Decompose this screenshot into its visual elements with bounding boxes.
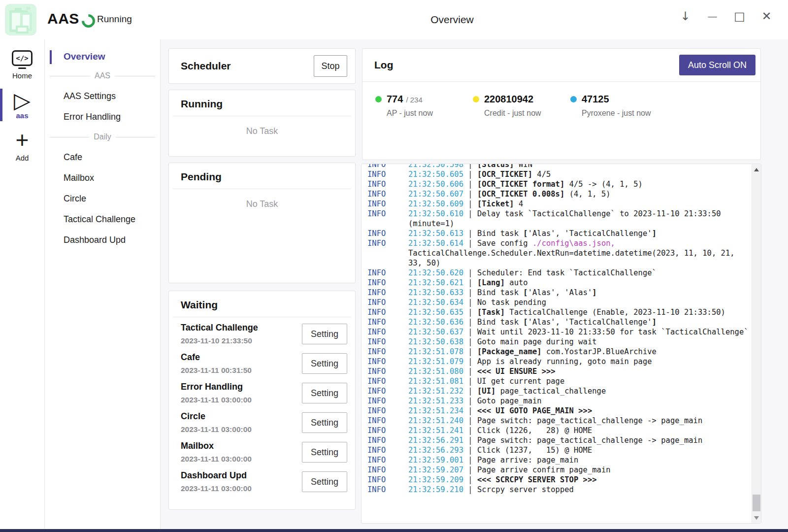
waiting-title: Waiting xyxy=(181,299,355,311)
log-message: Scheduler: End task `TacticalChallenge` xyxy=(477,268,657,277)
sidebar-item-mailbox[interactable]: Mailbox xyxy=(64,167,160,188)
log-message-segment: Page switch: page_tactical_challenge -> … xyxy=(477,416,702,425)
log-line: INFO21:32:56.293 | Click (1237, 15) @ HO… xyxy=(361,445,752,455)
log-separator: | xyxy=(463,485,477,494)
waiting-card: Waiting Tactical Challenge2023-11-10 21:… xyxy=(168,291,356,510)
scroll-up-arrow-icon[interactable] xyxy=(752,165,761,174)
sidebar-item-dashboard-upd[interactable]: Dashboard Upd xyxy=(64,230,160,250)
log-timestamp: 21:32:50.605 xyxy=(408,170,463,179)
log-message-segment: 4 xyxy=(514,200,524,208)
active-indicator-bar xyxy=(0,89,2,121)
log-timestamp: 21:32:51.241 xyxy=(408,426,463,435)
log-level: INFO xyxy=(367,307,386,317)
stat-label: Pyroxene - just now xyxy=(582,109,651,118)
log-message: Scrcpy server stopped xyxy=(477,485,574,494)
log-separator: | xyxy=(463,426,477,435)
log-message-segment: [ xyxy=(523,288,527,297)
update-arrow-icon[interactable]: ↓ xyxy=(672,5,699,28)
sidebar-item-error-handling[interactable]: Error Handling xyxy=(64,106,160,127)
log-level: INFO xyxy=(367,386,386,396)
log-timestamp: 21:32:50.607 xyxy=(408,190,463,199)
log-output-panel[interactable]: INFO21:32:50.598 | [Status] WININFO21:32… xyxy=(361,164,761,524)
stat-body: 774/ 234AP - just now xyxy=(387,94,433,118)
sidebar-item-overview[interactable]: Overview xyxy=(64,51,160,66)
log-timestamp: 21:32:56.293 xyxy=(408,446,463,455)
log-message-segment: No task pending xyxy=(477,298,546,307)
log-message-segment: 4/5 -> (4, 1, 5) xyxy=(564,180,643,189)
log-level: INFO xyxy=(367,179,386,189)
log-message-segment: Wait until 2023-11-10 21:33:50 for task … xyxy=(477,328,749,336)
log-message: [Task] TacticalChallenge (Enable, 2023-1… xyxy=(477,308,725,317)
log-scrollbar[interactable] xyxy=(752,164,761,523)
play-icon: ▷ xyxy=(0,90,44,111)
log-separator: | xyxy=(463,308,477,317)
log-line: INFO21:32:51.232 | [UI] page_tactical_ch… xyxy=(361,386,752,396)
log-message: Page arrive: page_main xyxy=(477,456,578,465)
log-message-segment: Bind task xyxy=(477,229,523,238)
log-message: Click (1237, 15) @ HOME xyxy=(477,446,592,455)
task-setting-button[interactable]: Setting xyxy=(302,383,347,403)
log-message: No task pending xyxy=(477,298,546,307)
log-message-segment: App is already running, goto main page xyxy=(477,357,652,366)
log-line: INFO21:32:50.620 | Scheduler: End task `… xyxy=(361,268,752,278)
close-icon[interactable]: ✕ xyxy=(753,5,780,28)
log-separator: | xyxy=(463,347,477,356)
sidebar-item-cafe[interactable]: Cafe xyxy=(64,147,160,167)
log-level: INFO xyxy=(367,357,386,366)
scrollbar-thumb[interactable] xyxy=(753,495,760,511)
log-timestamp: 21:32:50.634 xyxy=(408,298,463,307)
maximize-icon[interactable]: □ xyxy=(726,5,753,28)
log-separator: | xyxy=(463,367,477,376)
task-setting-button[interactable]: Setting xyxy=(302,412,347,433)
log-message-segment: Page switch: page_tactical_challenge -> … xyxy=(477,436,702,445)
stat-label: Credit - just now xyxy=(484,109,541,118)
log-separator: | xyxy=(463,298,477,307)
log-message-segment: <<< UI ENSURE >>> xyxy=(477,367,556,376)
scroll-down-arrow-icon[interactable] xyxy=(752,513,761,522)
home-icon: </> xyxy=(12,50,33,66)
task-name: Dashboard Upd xyxy=(181,470,302,481)
rail-item-aas[interactable]: ▷ aas xyxy=(0,90,44,120)
running-title: Running xyxy=(181,98,355,110)
log-separator: | xyxy=(463,164,477,169)
log-separator: | xyxy=(463,239,477,248)
stop-button[interactable]: Stop xyxy=(314,55,347,77)
log-line: INFO21:32:50.610 | Delay task `TacticalC… xyxy=(361,209,752,229)
log-message: <<< UI ENSURE >>> xyxy=(477,367,556,376)
log-message-segment: [Package_name] xyxy=(477,347,542,356)
task-setting-button[interactable]: Setting xyxy=(302,471,347,492)
log-message-segment: Bind task xyxy=(477,288,523,297)
log-separator: | xyxy=(463,229,477,238)
task-setting-button[interactable]: Setting xyxy=(302,442,347,463)
divider xyxy=(173,189,351,189)
sidebar-item-aas-settings[interactable]: AAS Settings xyxy=(64,86,160,106)
log-separator: | xyxy=(463,268,477,277)
log-message-segment: Click (1237, 15) @ HOME xyxy=(477,446,592,455)
minimize-icon[interactable]: — xyxy=(699,5,726,28)
log-line: INFO21:32:50.598 | [Status] WIN xyxy=(361,164,752,169)
rail-item-add[interactable]: + Add xyxy=(0,129,44,162)
log-message-segment: [UI] xyxy=(477,387,495,396)
log-separator: | xyxy=(463,475,477,484)
log-level: INFO xyxy=(367,426,386,435)
task-setting-button[interactable]: Setting xyxy=(302,324,347,344)
task-setting-button[interactable]: Setting xyxy=(302,353,347,374)
sidebar-item-tactical-challenge[interactable]: Tactical Challenge xyxy=(64,209,160,230)
log-message: App is already running, goto main page xyxy=(477,357,652,366)
log-title: Log xyxy=(374,59,679,71)
log-timestamp: 21:32:51.080 xyxy=(408,367,463,376)
log-message-segment: ] xyxy=(592,288,596,297)
log-level: INFO xyxy=(367,445,386,455)
stat-value: 47125 xyxy=(582,94,609,105)
log-separator: | xyxy=(463,337,477,346)
log-line: INFO21:32:50.613 | Bind task ['Alas', 'T… xyxy=(361,229,752,238)
log-level: INFO xyxy=(367,288,386,298)
waiting-task-row: Dashboard Upd2023-11-11 03:00:00Setting xyxy=(169,467,355,497)
log-separator: | xyxy=(463,278,477,287)
log-level: INFO xyxy=(367,396,386,406)
rail-item-home[interactable]: </> Home xyxy=(0,50,44,80)
log-stat: 220810942Credit - just now xyxy=(473,94,558,118)
task-name: Tactical Challenge xyxy=(181,323,302,333)
auto-scroll-button[interactable]: Auto Scroll ON xyxy=(679,55,755,75)
sidebar-item-circle[interactable]: Circle xyxy=(64,188,160,209)
